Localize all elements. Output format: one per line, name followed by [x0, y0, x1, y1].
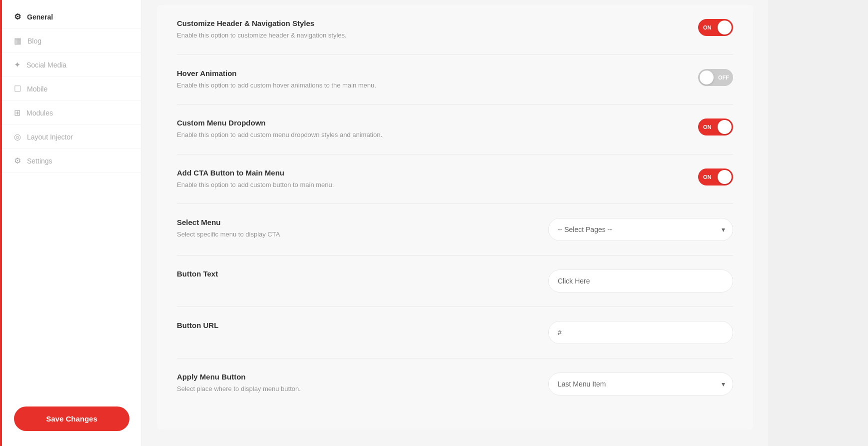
- sidebar-item-label-layout-injector: Layout Injector: [27, 133, 73, 141]
- setting-row-customize-header: Customize Header & Navigation StylesEnab…: [177, 5, 733, 55]
- sidebar-item-layout-injector[interactable]: ◎Layout Injector: [2, 125, 141, 149]
- toggle-knob-add-cta-button: [718, 170, 732, 184]
- toggle-customize-header[interactable]: ON: [698, 19, 733, 36]
- setting-row-hover-animation: Hover AnimationEnable this option to add…: [177, 55, 733, 105]
- setting-text-button-url: Button URL: [177, 321, 447, 332]
- setting-label-customize-header: Customize Header & Navigation Styles: [177, 19, 447, 28]
- setting-desc-custom-menu-dropdown: Enable this option to add custom menu dr…: [177, 130, 447, 140]
- setting-label-custom-menu-dropdown: Custom Menu Dropdown: [177, 118, 447, 127]
- sidebar-item-label-mobile: Mobile: [27, 85, 47, 93]
- setting-label-apply-menu-button: Apply Menu Button: [177, 372, 447, 381]
- sidebar-item-social-media[interactable]: ✦Social Media: [2, 53, 141, 77]
- setting-row-button-url: Button URL: [177, 307, 733, 358]
- setting-label-button-text: Button Text: [177, 270, 447, 278]
- sidebar-item-settings[interactable]: ⚙Settings: [2, 149, 141, 173]
- sidebar-item-label-blog: Blog: [27, 37, 41, 45]
- setting-text-select-menu: Select MenuSelect specific menu to displ…: [177, 218, 447, 240]
- toggle-knob-hover-animation: [700, 70, 714, 84]
- sidebar-item-label-settings: Settings: [27, 157, 52, 165]
- sidebar-item-label-modules: Modules: [26, 109, 53, 117]
- toggle-knob-customize-header: [718, 20, 732, 34]
- setting-control-button-url: [543, 321, 733, 344]
- toggle-label-add-cta-button: ON: [703, 174, 712, 180]
- select-wrap-apply-menu-button: Last Menu Item▾: [548, 372, 733, 396]
- setting-row-button-text: Button Text: [177, 256, 733, 307]
- sidebar-item-label-general: General: [27, 13, 53, 21]
- toggle-wrap-hover-animation: OFF: [698, 69, 733, 86]
- toggle-add-cta-button[interactable]: ON: [698, 168, 733, 186]
- toggle-knob-custom-menu-dropdown: [718, 120, 732, 134]
- sidebar-nav: ⚙General▦Blog✦Social Media☐Mobile⊞Module…: [2, 0, 141, 396]
- setting-row-apply-menu-button: Apply Menu ButtonSelect place where to d…: [177, 358, 733, 410]
- settings-panel: Customize Header & Navigation StylesEnab…: [157, 5, 753, 430]
- setting-control-customize-header: ON: [543, 19, 733, 36]
- toggle-wrap-add-cta-button: ON: [698, 168, 733, 186]
- toggle-label-customize-header: ON: [703, 24, 712, 30]
- toggle-wrap-custom-menu-dropdown: ON: [698, 118, 733, 136]
- setting-control-button-text: [543, 270, 733, 292]
- setting-text-apply-menu-button: Apply Menu ButtonSelect place where to d…: [177, 372, 447, 394]
- setting-label-add-cta-button: Add CTA Button to Main Menu: [177, 168, 447, 177]
- sidebar: ⚙General▦Blog✦Social Media☐Mobile⊞Module…: [2, 0, 142, 446]
- select-select-menu[interactable]: -- Select Pages --: [548, 218, 733, 241]
- settings-icon: ⚙: [14, 156, 21, 166]
- mobile-icon: ☐: [14, 84, 21, 94]
- setting-control-select-menu: -- Select Pages --▾: [543, 218, 733, 241]
- input-button-text[interactable]: [548, 270, 733, 292]
- setting-row-custom-menu-dropdown: Custom Menu DropdownEnable this option t…: [177, 104, 733, 154]
- blog-icon: ▦: [14, 36, 21, 46]
- setting-row-add-cta-button: Add CTA Button to Main MenuEnable this o…: [177, 154, 733, 204]
- setting-desc-customize-header: Enable this option to customize header &…: [177, 30, 447, 40]
- select-apply-menu-button[interactable]: Last Menu Item: [548, 372, 733, 396]
- setting-desc-hover-animation: Enable this option to add custom hover a…: [177, 80, 447, 90]
- save-changes-button[interactable]: Save Changes: [14, 406, 129, 431]
- setting-control-apply-menu-button: Last Menu Item▾: [543, 372, 733, 396]
- save-button-wrap: Save Changes: [2, 396, 141, 446]
- setting-control-hover-animation: OFF: [543, 69, 733, 86]
- sidebar-item-blog[interactable]: ▦Blog: [2, 29, 141, 53]
- setting-text-custom-menu-dropdown: Custom Menu DropdownEnable this option t…: [177, 118, 447, 140]
- toggle-label-custom-menu-dropdown: ON: [703, 124, 712, 130]
- setting-control-custom-menu-dropdown: ON: [543, 118, 733, 136]
- setting-text-button-text: Button Text: [177, 270, 447, 281]
- general-icon: ⚙: [14, 12, 21, 22]
- modules-icon: ⊞: [14, 108, 20, 118]
- sidebar-item-mobile[interactable]: ☐Mobile: [2, 77, 141, 101]
- setting-desc-select-menu: Select specific menu to display CTA: [177, 230, 447, 240]
- social-media-icon: ✦: [14, 60, 20, 70]
- setting-control-add-cta-button: ON: [543, 168, 733, 186]
- layout-injector-icon: ◎: [14, 132, 21, 142]
- right-panel: [768, 0, 868, 446]
- setting-label-select-menu: Select Menu: [177, 218, 447, 226]
- setting-text-add-cta-button: Add CTA Button to Main MenuEnable this o…: [177, 168, 447, 190]
- setting-label-hover-animation: Hover Animation: [177, 69, 447, 78]
- setting-text-hover-animation: Hover AnimationEnable this option to add…: [177, 69, 447, 90]
- setting-row-select-menu: Select MenuSelect specific menu to displ…: [177, 204, 733, 256]
- setting-desc-add-cta-button: Enable this option to add custom button …: [177, 180, 447, 190]
- sidebar-item-modules[interactable]: ⊞Modules: [2, 101, 141, 125]
- main-content: Customize Header & Navigation StylesEnab…: [142, 0, 768, 446]
- sidebar-item-label-social-media: Social Media: [26, 61, 66, 69]
- toggle-label-hover-animation: OFF: [718, 74, 729, 80]
- input-button-url[interactable]: [548, 321, 733, 344]
- setting-label-button-url: Button URL: [177, 321, 447, 330]
- toggle-custom-menu-dropdown[interactable]: ON: [698, 118, 733, 136]
- select-wrap-select-menu: -- Select Pages --▾: [548, 218, 733, 241]
- toggle-hover-animation[interactable]: OFF: [698, 69, 733, 86]
- setting-desc-apply-menu-button: Select place where to display menu butto…: [177, 384, 447, 394]
- toggle-wrap-customize-header: ON: [698, 19, 733, 36]
- setting-text-customize-header: Customize Header & Navigation StylesEnab…: [177, 19, 447, 40]
- sidebar-item-general[interactable]: ⚙General: [2, 5, 141, 29]
